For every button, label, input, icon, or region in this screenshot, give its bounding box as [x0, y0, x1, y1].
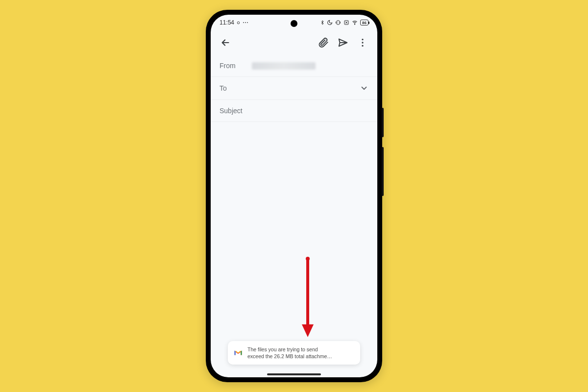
back-button[interactable] [216, 33, 235, 52]
battery-icon: 86 [360, 20, 368, 25]
svg-marker-8 [302, 324, 314, 337]
from-field[interactable]: From [211, 55, 377, 77]
send-button[interactable] [333, 33, 353, 52]
vibrate-icon [335, 20, 342, 25]
subject-field[interactable]: Subject [211, 100, 377, 122]
no-sim-icon [343, 20, 349, 25]
screen: 11:54 ⋯ 86 [211, 15, 377, 377]
wifi-icon [351, 20, 358, 25]
from-label: From [220, 62, 244, 70]
svg-point-3 [354, 24, 355, 24]
overflow-menu-button[interactable] [353, 33, 372, 52]
annotation-arrow-icon [298, 255, 318, 338]
status-time: 11:54 [220, 19, 234, 26]
gmail-icon [234, 349, 243, 356]
attachment-size-toast: The files you are trying to send exceed … [228, 341, 360, 365]
more-vert-icon [357, 37, 368, 48]
compose-app-bar [211, 30, 377, 55]
toast-text: The files you are trying to send exceed … [247, 346, 332, 360]
dnd-moon-icon [327, 20, 333, 25]
svg-point-6 [362, 45, 363, 47]
expand-recipients-button[interactable] [360, 84, 368, 93]
bluetooth-icon [320, 20, 325, 25]
paperclip-icon [318, 37, 329, 48]
svg-point-0 [237, 22, 240, 24]
side-button [382, 108, 384, 137]
to-field[interactable]: To [211, 77, 377, 100]
svg-point-4 [362, 39, 363, 40]
subject-label: Subject [220, 107, 243, 115]
to-label: To [220, 84, 244, 92]
attach-button[interactable] [314, 33, 333, 52]
svg-point-9 [306, 257, 310, 261]
svg-point-5 [362, 42, 363, 43]
chevron-down-icon [360, 84, 368, 93]
from-value-redacted [252, 62, 316, 70]
status-more-icon: ⋯ [243, 19, 249, 26]
side-button [382, 147, 384, 196]
status-dot-icon [236, 21, 241, 25]
arrow-left-icon [220, 37, 231, 48]
svg-rect-1 [337, 21, 340, 24]
send-icon [338, 37, 348, 48]
home-indicator[interactable] [267, 373, 321, 375]
front-camera [291, 20, 297, 27]
compose-body[interactable]: The files you are trying to send exceed … [211, 122, 377, 377]
phone-frame: 11:54 ⋯ 86 [206, 10, 382, 382]
